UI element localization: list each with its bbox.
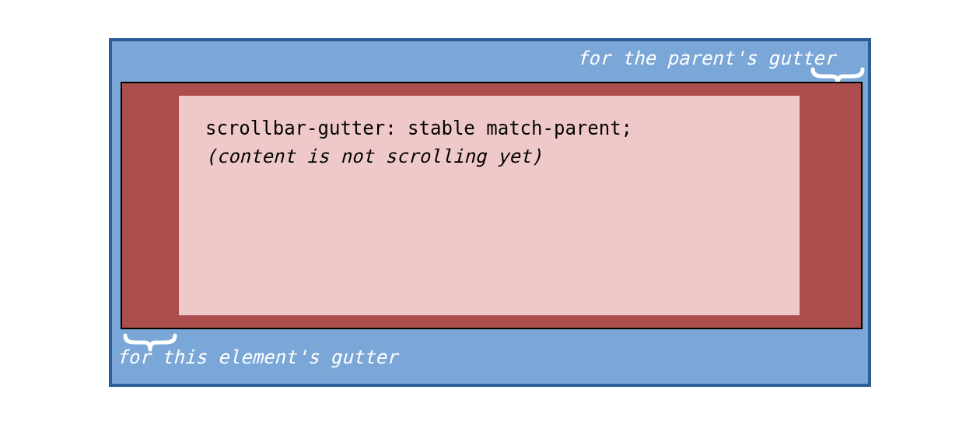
css-declaration: scrollbar-gutter: stable match-parent; xyxy=(205,114,773,142)
parent-gutter-label: for the parent's gutter xyxy=(577,47,835,69)
child-box: scrollbar-gutter: stable match-parent; (… xyxy=(121,82,863,329)
content-area: scrollbar-gutter: stable match-parent; (… xyxy=(179,96,800,315)
parent-box: for the parent's gutter scrollbar-gutter… xyxy=(109,38,871,387)
diagram-stage: for the parent's gutter scrollbar-gutter… xyxy=(0,0,980,425)
element-gutter-label: for this element's gutter xyxy=(117,346,397,368)
content-note: (content is not scrolling yet) xyxy=(205,142,773,170)
